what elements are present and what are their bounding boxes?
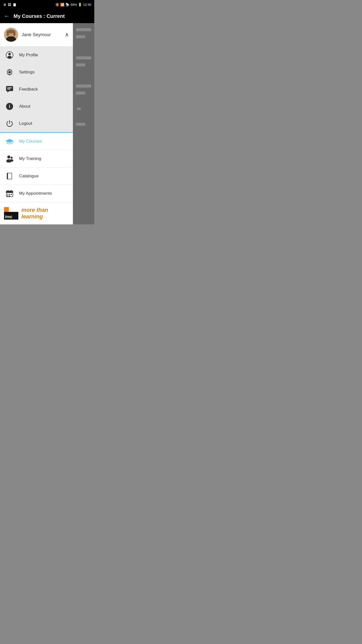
avatar-image — [4, 28, 18, 42]
bg-content-line-7 — [76, 123, 85, 126]
upper-menu: My Profile Settings — [0, 47, 73, 132]
svg-point-7 — [8, 53, 11, 55]
status-bar: 🖥 🖼 📋 🔇 📶 📡 68% 🔋 12:30 — [0, 0, 94, 9]
svg-rect-34 — [9, 195, 10, 196]
svg-marker-17 — [6, 139, 14, 143]
bg-partial-text: on — [77, 107, 81, 111]
signal-icon: 📡 — [65, 3, 69, 7]
svg-point-21 — [11, 157, 13, 159]
user-name: Jane Seymour — [22, 32, 65, 37]
svg-rect-33 — [7, 195, 8, 196]
logout-label: Logout — [19, 121, 32, 126]
navigation-drawer: Jane Seymour ∧ My Profile — [0, 23, 73, 224]
feedback-label: Feedback — [19, 87, 38, 92]
bg-content-line-1 — [76, 28, 91, 31]
logo-footer: imc more than learning — [0, 202, 73, 224]
tablet-icon: 🖥 — [3, 3, 6, 7]
bg-content-line-3 — [76, 56, 91, 59]
avatar — [4, 28, 18, 42]
image-icon: 🖼 — [8, 3, 11, 7]
battery-icon: 🔋 — [78, 3, 82, 7]
svg-rect-30 — [7, 194, 8, 195]
wifi-icon: 📶 — [60, 3, 64, 7]
svg-rect-31 — [9, 194, 10, 195]
gear-icon — [5, 68, 14, 77]
sidebar-item-my-training[interactable]: My Training — [0, 150, 73, 168]
user-header[interactable]: Jane Seymour ∧ — [0, 23, 73, 47]
my-appointments-label: My Appointments — [19, 191, 52, 196]
graduation-icon — [5, 137, 14, 146]
svg-point-4 — [7, 30, 9, 36]
info-icon: i — [5, 102, 14, 111]
sidebar-item-feedback[interactable]: Feedback — [0, 81, 73, 98]
person-icon — [5, 51, 14, 60]
imc-logo-icon: imc — [4, 207, 18, 220]
back-button[interactable]: ← — [4, 13, 10, 19]
svg-rect-35 — [4, 207, 9, 212]
main-layout: Jane Seymour ∧ My Profile — [0, 23, 94, 224]
sidebar-item-about[interactable]: i About — [0, 98, 73, 115]
svg-rect-27 — [6, 191, 13, 193]
sidebar-item-my-profile[interactable]: My Profile — [0, 47, 73, 64]
svg-marker-12 — [7, 91, 9, 93]
top-bar: ← My Courses : Current — [0, 9, 94, 23]
sidebar-item-catalogue[interactable]: Catalogue — [0, 168, 73, 185]
svg-point-10 — [9, 71, 11, 73]
sidebar-item-my-appointments[interactable]: My Appointments — [0, 185, 73, 202]
logo-tagline: more than learning — [21, 207, 69, 220]
calendar-icon — [5, 189, 14, 198]
bg-content-line-2 — [76, 35, 85, 38]
book-icon — [5, 172, 14, 181]
svg-point-22 — [10, 159, 13, 162]
bg-content-line-4 — [76, 63, 85, 66]
my-courses-label: My Courses — [19, 139, 42, 144]
svg-point-19 — [7, 155, 10, 158]
mute-icon: 🔇 — [55, 3, 59, 7]
my-training-label: My Training — [19, 156, 41, 161]
clipboard-icon: 📋 — [13, 3, 17, 7]
bg-content-line-5 — [76, 85, 91, 88]
svg-text:imc: imc — [5, 214, 13, 219]
sidebar-item-my-courses[interactable]: My Courses — [0, 133, 73, 150]
svg-rect-25 — [8, 173, 12, 179]
status-icons: 🖥 🖼 📋 — [3, 3, 17, 7]
chevron-up-icon[interactable]: ∧ — [65, 32, 69, 37]
lower-menu: My Courses My Training — [0, 133, 73, 202]
training-icon — [5, 154, 14, 163]
page-title: My Courses : Current — [14, 13, 65, 19]
svg-point-8 — [8, 56, 12, 58]
time-display: 12:30 — [83, 3, 91, 7]
catalogue-label: Catalogue — [19, 174, 39, 179]
about-label: About — [19, 104, 30, 109]
bg-content-line-6 — [76, 92, 85, 95]
battery-text: 68% — [70, 3, 77, 7]
chat-icon — [5, 85, 14, 94]
power-icon — [5, 119, 14, 128]
svg-rect-11 — [6, 86, 13, 91]
status-right: 🔇 📶 📡 68% 🔋 12:30 — [55, 3, 91, 7]
my-profile-label: My Profile — [19, 53, 38, 58]
svg-rect-32 — [11, 194, 12, 195]
svg-text:i: i — [9, 104, 10, 109]
background-overlay[interactable]: on — [73, 23, 94, 224]
settings-label: Settings — [19, 70, 34, 75]
svg-point-5 — [13, 30, 16, 36]
sidebar-item-settings[interactable]: Settings — [0, 64, 73, 81]
sidebar-item-logout[interactable]: Logout — [0, 115, 73, 132]
